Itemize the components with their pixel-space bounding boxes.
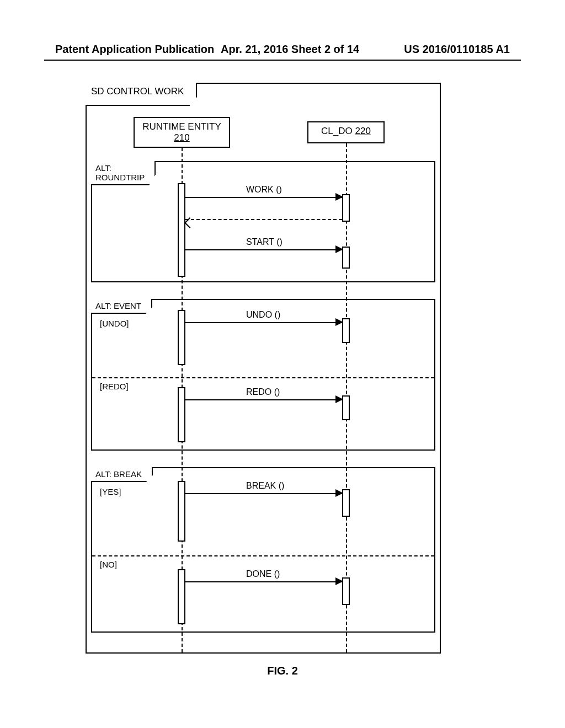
sequence-diagram-frame: SD CONTROL WORK RUNTIME ENTITY 210 CL_DO… <box>86 83 441 654</box>
header-rule <box>44 60 521 61</box>
participant-runtime-entity: RUNTIME ENTITY 210 <box>134 117 230 148</box>
fragment-event-guard-undo: [UNDO] <box>100 319 129 328</box>
message-work-label: WORK () <box>246 185 282 195</box>
participant-runtime-entity-id: 210 <box>174 132 189 143</box>
header-right-text: US 2016/0110185 A1 <box>404 43 510 56</box>
activation-runtime-undo <box>178 310 185 365</box>
fragment-break-guard-yes: [YES] <box>100 487 121 496</box>
activation-cldo-work <box>342 194 350 222</box>
fragment-break-guard-no: [NO] <box>100 560 117 569</box>
fragment-break-tab: ALT: BREAK <box>91 467 153 482</box>
participant-cl-do-label: CL_DO <box>321 126 355 136</box>
activation-cldo-done <box>342 577 350 605</box>
fragment-roundtrip: ALT: ROUNDTRIP <box>91 161 435 282</box>
message-redo-label: REDO () <box>246 387 280 397</box>
fragment-break-separator <box>92 555 434 556</box>
diagram-title-tab: SD CONTROL WORK <box>86 83 197 106</box>
activation-runtime-done <box>178 569 185 624</box>
participant-runtime-entity-label: RUNTIME ENTITY <box>142 121 221 132</box>
activation-cldo-redo <box>342 395 350 420</box>
activation-runtime-roundtrip <box>178 183 185 277</box>
fragment-break: ALT: BREAK [YES] [NO] <box>91 467 435 633</box>
activation-cldo-break <box>342 489 350 517</box>
header-left-text: Patent Application Publication <box>55 43 214 56</box>
header-mid-text: Apr. 21, 2016 Sheet 2 of 14 <box>221 43 359 56</box>
participant-cl-do-id: 220 <box>355 126 371 136</box>
fragment-event-tab: ALT: EVENT <box>91 299 152 314</box>
activation-runtime-break <box>178 481 185 542</box>
activation-cldo-start <box>342 247 350 269</box>
message-undo-label: UNDO () <box>246 310 280 320</box>
message-break-label: BREAK () <box>246 481 284 491</box>
activation-runtime-redo <box>178 387 185 442</box>
patent-page: Patent Application Publication Apr. 21, … <box>0 0 565 728</box>
fragment-event-guard-redo: [REDO] <box>100 382 129 391</box>
activation-cldo-undo <box>342 318 350 343</box>
fragment-roundtrip-tab: ALT: ROUNDTRIP <box>91 161 156 185</box>
participant-cl-do: CL_DO 220 <box>307 121 385 143</box>
fragment-event-separator <box>92 377 434 378</box>
message-start-label: START () <box>246 237 282 247</box>
figure-caption: FIG. 2 <box>0 665 565 677</box>
message-done-label: DONE () <box>246 569 280 579</box>
